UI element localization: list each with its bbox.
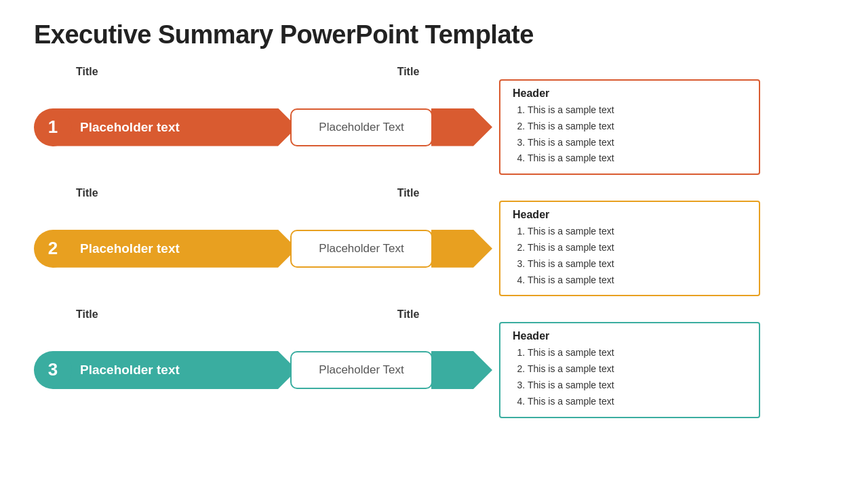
info-item-1-4: This is a sample text	[528, 150, 747, 167]
arrow-connector-3	[431, 351, 492, 389]
arrow-body-2: Placeholder text	[53, 230, 297, 268]
middle-box-wrapper-3: Placeholder Text	[290, 351, 433, 389]
circle-num-2: 2	[34, 230, 72, 268]
arrow-main-3: Placeholder text	[53, 351, 297, 389]
info-item-3-1: This is a sample text	[528, 345, 747, 361]
slide-title: Executive Summary PowerPoint Template	[34, 20, 834, 49]
info-item-1-3: This is a sample text	[528, 135, 747, 151]
info-item-3-4: This is a sample text	[528, 394, 747, 410]
circle-num-3: 3	[34, 351, 72, 389]
arrow-connector-body-1	[431, 108, 492, 146]
info-box-header-1: Header	[513, 87, 747, 100]
info-item-1-1: This is a sample text	[528, 102, 747, 119]
label-arrow-section-2: Title	[76, 187, 334, 199]
label-middle-section-3: Title	[334, 308, 483, 321]
arrow-connector-body-3	[431, 351, 492, 389]
arrow-row-1: 1 Placeholder text Placeholder Text Head…	[34, 79, 834, 175]
arrow-text-1: Placeholder text	[80, 120, 180, 135]
labels-row-1: Title Title	[34, 66, 834, 78]
labels-row-2: Title Title	[34, 187, 834, 199]
info-item-1-2: This is a sample text	[528, 119, 747, 135]
row-wrapper-2: Title Title 2 Placeholder text Placehold…	[34, 187, 834, 296]
col2-label-1: Title	[397, 66, 420, 78]
col1-label-2: Title	[76, 187, 98, 199]
labels-row-3: Title Title	[34, 308, 834, 321]
info-box-list-3: This is a sample textThis is a sample te…	[513, 345, 747, 409]
col1-label-1: Title	[76, 66, 98, 78]
info-box-2: Header This is a sample textThis is a sa…	[499, 201, 760, 296]
info-box-list-1: This is a sample textThis is a sample te…	[513, 102, 747, 167]
arrow-connector-2	[431, 230, 492, 268]
row-wrapper-3: Title Title 3 Placeholder text Placehold…	[34, 308, 834, 418]
slide: Executive Summary PowerPoint Template Ti…	[0, 0, 868, 488]
arrow-main-2: Placeholder text	[53, 230, 297, 268]
arrow-text-2: Placeholder text	[80, 241, 180, 256]
info-box-1: Header This is a sample textThis is a sa…	[499, 79, 760, 175]
info-item-3-3: This is a sample text	[528, 378, 747, 394]
col2-label-3: Title	[397, 308, 420, 321]
middle-box-wrapper-1: Placeholder Text	[290, 108, 433, 146]
arrow-row-2: 2 Placeholder text Placeholder Text Head…	[34, 201, 834, 296]
arrow-main-1: Placeholder text	[53, 108, 297, 146]
info-box-header-3: Header	[513, 330, 747, 342]
info-box-3: Header This is a sample textThis is a sa…	[499, 322, 760, 418]
rows-container: Title Title 1 Placeholder text Placehold…	[34, 66, 834, 468]
arrow-row-3: 3 Placeholder text Placeholder Text Head…	[34, 322, 834, 418]
arrow-body-1: Placeholder text	[53, 108, 297, 146]
arrow-connector-1	[431, 108, 492, 146]
info-item-2-3: This is a sample text	[528, 256, 747, 272]
label-arrow-section-3: Title	[76, 308, 334, 321]
row-wrapper-1: Title Title 1 Placeholder text Placehold…	[34, 66, 834, 175]
col1-label-3: Title	[76, 308, 98, 321]
label-middle-section-2: Title	[334, 187, 483, 199]
arrow-text-3: Placeholder text	[80, 363, 180, 378]
info-item-2-4: This is a sample text	[528, 272, 747, 289]
label-middle-section-1: Title	[334, 66, 483, 78]
info-box-list-2: This is a sample textThis is a sample te…	[513, 224, 747, 288]
arrow-body-3: Placeholder text	[53, 351, 297, 389]
middle-box-wrapper-2: Placeholder Text	[290, 230, 433, 268]
info-item-2-1: This is a sample text	[528, 224, 747, 240]
middle-box-1: Placeholder Text	[290, 108, 433, 146]
col2-label-2: Title	[397, 187, 420, 199]
circle-num-1: 1	[34, 108, 72, 146]
label-arrow-section-1: Title	[76, 66, 334, 78]
middle-box-3: Placeholder Text	[290, 351, 433, 389]
info-item-3-2: This is a sample text	[528, 361, 747, 378]
info-box-header-2: Header	[513, 209, 747, 221]
middle-box-2: Placeholder Text	[290, 230, 433, 268]
info-item-2-2: This is a sample text	[528, 240, 747, 256]
arrow-connector-body-2	[431, 230, 492, 268]
